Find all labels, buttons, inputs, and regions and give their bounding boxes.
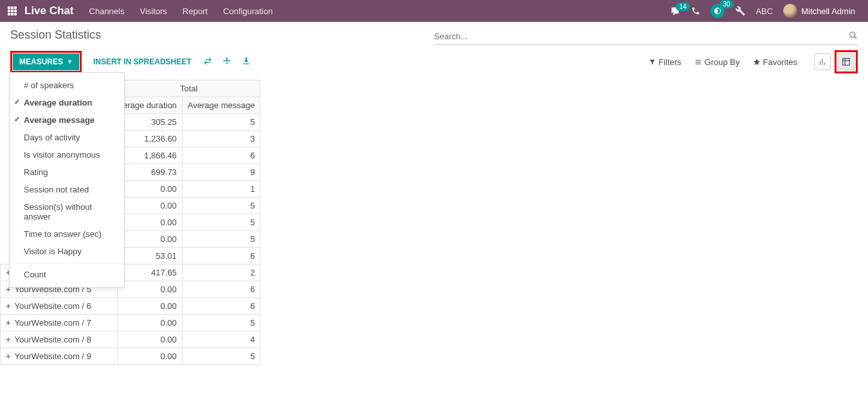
- dropdown-item[interactable]: Session(s) without answer: [10, 198, 124, 225]
- cell-duration: 1,866.46: [118, 147, 183, 164]
- cell-message: 9: [182, 164, 260, 181]
- cell-message: 6: [182, 298, 260, 315]
- cell-message: 5: [182, 231, 260, 248]
- cell-message: 2: [182, 265, 260, 281]
- dropdown-count[interactable]: Count: [10, 266, 124, 283]
- company-selector[interactable]: ABC: [755, 6, 773, 16]
- cell-message: 6: [182, 281, 260, 298]
- cell-duration: 417.65: [118, 265, 183, 281]
- funnel-icon: [649, 59, 656, 66]
- table-row: +YourWebsite.com / 60.006: [1, 298, 260, 315]
- dropdown-item[interactable]: Time to answer (sec): [10, 225, 124, 243]
- cell-duration: 0.00: [118, 298, 183, 315]
- dropdown-item[interactable]: Rating: [10, 163, 124, 181]
- cell-duration: 0.00: [118, 315, 183, 331]
- measures-dropdown: # of speakers Average duration Average m…: [9, 72, 125, 288]
- row-label: YourWebsite.com / 7: [15, 318, 91, 328]
- row-label: YourWebsite.com / 9: [15, 351, 91, 361]
- user-menu[interactable]: Mitchell Admin: [783, 4, 855, 18]
- cell-duration: 699.73: [118, 164, 183, 181]
- caret-down-icon: ▼: [67, 59, 73, 65]
- nav-configuration[interactable]: Configuration: [223, 6, 273, 16]
- phone-icon[interactable]: [691, 6, 700, 15]
- cell-message: 6: [182, 248, 260, 265]
- graph-view-button[interactable]: [814, 53, 831, 70]
- chat-icon[interactable]: 14: [669, 6, 681, 15]
- cell-message: 1: [182, 181, 260, 198]
- chat-badge: 14: [676, 3, 689, 11]
- measures-button[interactable]: MEASURES ▼: [13, 53, 79, 70]
- cell-message: 5: [182, 198, 260, 214]
- row-label: YourWebsite.com / 6: [15, 301, 91, 311]
- cell-message: 5: [182, 214, 260, 231]
- filters-button[interactable]: Filters: [642, 55, 687, 70]
- col-avg-duration[interactable]: erage duration: [118, 97, 183, 114]
- avatar: [783, 4, 797, 18]
- pivot-zone: Total erage duration Average message 305…: [0, 80, 868, 365]
- pivot-view-button[interactable]: [838, 53, 854, 70]
- nav-report[interactable]: Report: [183, 6, 208, 16]
- cell-duration: 1,236.60: [118, 131, 183, 147]
- row-header-cell[interactable]: +YourWebsite.com / 8: [1, 331, 118, 348]
- username-label: Mitchell Admin: [801, 6, 855, 16]
- download-button[interactable]: [237, 53, 256, 71]
- insert-spreadsheet-button[interactable]: INSERT IN SPREADSHEET: [87, 53, 198, 70]
- cell-duration: 0.00: [118, 331, 183, 348]
- list-icon: [694, 59, 702, 66]
- page-title: Session Statistics: [10, 28, 434, 42]
- table-row: +YourWebsite.com / 80.004: [1, 331, 260, 348]
- favorites-button[interactable]: Favorites: [746, 55, 804, 70]
- plus-icon: +: [6, 301, 11, 311]
- cell-duration: 0.00: [118, 181, 183, 198]
- dropdown-item[interactable]: Session not rated: [10, 181, 124, 198]
- cell-duration: 0.00: [118, 214, 183, 231]
- row-label: YourWebsite.com / 8: [15, 335, 91, 344]
- cell-duration: 0.00: [118, 198, 183, 214]
- dropdown-item[interactable]: Average duration: [10, 94, 124, 111]
- row-header-cell[interactable]: +YourWebsite.com / 6: [1, 298, 118, 315]
- pivot-icon: [842, 57, 851, 66]
- timer-icon[interactable]: 30: [710, 4, 725, 18]
- search-input[interactable]: [434, 32, 849, 41]
- search-bar[interactable]: [434, 28, 858, 45]
- cell-message: 4: [182, 331, 260, 348]
- plus-icon: +: [6, 351, 11, 361]
- highlight-pivot: [835, 50, 858, 73]
- svg-line-1: [854, 37, 857, 39]
- dropdown-item[interactable]: Visitor is Happy: [10, 243, 124, 260]
- measures-label: MEASURES: [19, 57, 63, 66]
- row-header-cell[interactable]: +YourWebsite.com / 7: [1, 315, 118, 331]
- brand-title[interactable]: Live Chat: [24, 5, 74, 17]
- cell-message: 5: [182, 315, 260, 331]
- cell-duration: 305.25: [118, 114, 183, 131]
- svg-point-0: [850, 32, 855, 37]
- expand-button[interactable]: [217, 53, 237, 71]
- top-navbar: Live Chat Channels Visitors Report Confi…: [0, 0, 868, 22]
- dropdown-item[interactable]: Is visitor anonymous: [10, 146, 124, 163]
- star-icon: [753, 58, 761, 66]
- dropdown-divider: [10, 263, 124, 263]
- tools-icon[interactable]: [735, 6, 745, 16]
- search-icon[interactable]: [849, 31, 858, 42]
- apps-icon[interactable]: [8, 6, 17, 15]
- table-row: +YourWebsite.com / 90.005: [1, 348, 260, 365]
- toolbar-row: MEASURES ▼ INSERT IN SPREADSHEET Filters…: [0, 45, 868, 80]
- nav-visitors[interactable]: Visitors: [140, 6, 167, 16]
- groupby-button[interactable]: Group By: [688, 55, 746, 70]
- cell-duration: 0.00: [118, 281, 183, 298]
- col-avg-message[interactable]: Average message: [182, 97, 260, 114]
- bar-chart-icon: [818, 57, 827, 66]
- plus-icon: +: [6, 318, 11, 328]
- row-header-cell[interactable]: +YourWebsite.com / 9: [1, 348, 118, 365]
- col-header-total[interactable]: Total: [118, 80, 260, 97]
- dropdown-item[interactable]: Average message: [10, 111, 124, 129]
- cell-message: 3: [182, 131, 260, 147]
- cell-duration: 53.01: [118, 248, 183, 265]
- timer-badge: 30: [719, 0, 733, 8]
- plus-icon: +: [6, 335, 11, 344]
- dropdown-item[interactable]: # of speakers: [10, 77, 124, 94]
- dropdown-item[interactable]: Days of activity: [10, 129, 124, 146]
- nav-channels[interactable]: Channels: [89, 6, 125, 16]
- cell-duration: 0.00: [118, 348, 183, 365]
- flip-axis-button[interactable]: [198, 53, 217, 71]
